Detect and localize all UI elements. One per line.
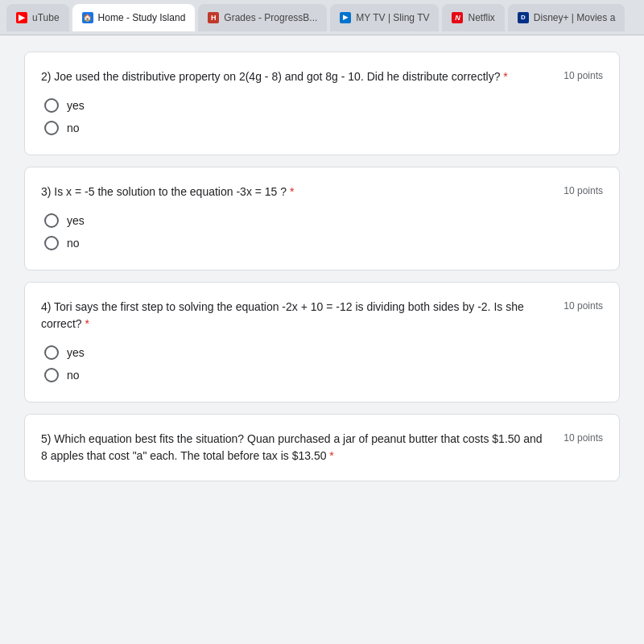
question-5-text: 5) Which equation best fits the situatio… bbox=[41, 431, 564, 464]
tab-study-island-label: Home - Study Island bbox=[98, 12, 186, 23]
question-3-body: 3) Is x = -5 the solution to the equatio… bbox=[41, 185, 294, 198]
tab-youtube-label: uTube bbox=[32, 12, 60, 23]
question-4-option-yes[interactable]: yes bbox=[44, 345, 603, 360]
question-4-body: 4) Tori says the first step to solving t… bbox=[41, 300, 524, 330]
question-4-card: 4) Tori says the first step to solving t… bbox=[24, 282, 620, 402]
question-5-points: 10 points bbox=[564, 432, 603, 444]
question-4-yes-label: yes bbox=[67, 346, 85, 359]
question-4-points: 10 points bbox=[564, 300, 603, 312]
question-4-no-label: no bbox=[67, 369, 80, 382]
tab-netflix[interactable]: N Netflix bbox=[442, 4, 504, 31]
question-2-options: yes no bbox=[41, 98, 603, 135]
tab-disney[interactable]: D Disney+ | Movies a bbox=[508, 4, 625, 31]
main-content: 2) Joe used the distributive property on… bbox=[0, 35, 644, 644]
question-2-header: 2) Joe used the distributive property on… bbox=[41, 68, 603, 85]
question-2-yes-label: yes bbox=[67, 99, 85, 112]
tab-youtube[interactable]: ▶ uTube bbox=[6, 4, 69, 31]
question-3-option-no[interactable]: no bbox=[44, 236, 603, 250]
grades-favicon: H bbox=[208, 12, 219, 23]
question-3-no-label: no bbox=[67, 237, 80, 250]
question-5-header: 5) Which equation best fits the situatio… bbox=[41, 431, 603, 464]
question-2-required: * bbox=[503, 70, 507, 83]
tab-grades-label: Grades - ProgressB... bbox=[224, 12, 317, 23]
tab-sling[interactable]: ▶ MY TV | Sling TV bbox=[330, 4, 439, 31]
question-2-no-label: no bbox=[67, 122, 80, 134]
question-3-header: 3) Is x = -5 the solution to the equatio… bbox=[41, 184, 603, 200]
browser-tab-bar: ▶ uTube 🏠 Home - Study Island H Grades -… bbox=[0, 0, 644, 35]
question-3-options: yes no bbox=[41, 213, 603, 250]
youtube-favicon: ▶ bbox=[16, 12, 27, 23]
question-5-card: 5) Which equation best fits the situatio… bbox=[24, 414, 620, 481]
question-4-header: 4) Tori says the first step to solving t… bbox=[41, 299, 603, 332]
sling-favicon: ▶ bbox=[340, 12, 351, 23]
question-2-text: 2) Joe used the distributive property on… bbox=[41, 68, 564, 85]
question-2-option-no[interactable]: no bbox=[44, 121, 603, 135]
question-2-radio-yes[interactable] bbox=[44, 98, 59, 113]
question-3-card: 3) Is x = -5 the solution to the equatio… bbox=[24, 167, 620, 270]
question-4-required: * bbox=[85, 317, 89, 330]
question-3-option-yes[interactable]: yes bbox=[44, 213, 603, 228]
question-4-text: 4) Tori says the first step to solving t… bbox=[41, 299, 564, 332]
netflix-favicon: N bbox=[452, 12, 463, 23]
study-island-favicon: 🏠 bbox=[82, 12, 93, 23]
question-4-options: yes no bbox=[41, 345, 603, 382]
question-2-body: 2) Joe used the distributive property on… bbox=[41, 70, 508, 83]
disney-favicon: D bbox=[518, 12, 529, 23]
question-2-radio-no[interactable] bbox=[44, 121, 59, 135]
question-4-option-no[interactable]: no bbox=[44, 368, 603, 382]
question-4-radio-no[interactable] bbox=[44, 368, 59, 382]
tab-grades[interactable]: H Grades - ProgressB... bbox=[198, 4, 327, 31]
question-3-radio-yes[interactable] bbox=[44, 213, 59, 228]
question-5-body: 5) Which equation best fits the situatio… bbox=[41, 432, 543, 462]
question-2-card: 2) Joe used the distributive property on… bbox=[24, 52, 620, 155]
tab-sling-label: MY TV | Sling TV bbox=[356, 12, 429, 23]
question-3-yes-label: yes bbox=[67, 214, 85, 227]
question-2-points: 10 points bbox=[564, 70, 603, 81]
question-4-radio-yes[interactable] bbox=[44, 345, 59, 360]
tab-disney-label: Disney+ | Movies a bbox=[534, 12, 616, 23]
tab-netflix-label: Netflix bbox=[468, 12, 494, 23]
question-3-text: 3) Is x = -5 the solution to the equatio… bbox=[41, 184, 564, 200]
question-3-radio-no[interactable] bbox=[44, 236, 59, 250]
question-2-option-yes[interactable]: yes bbox=[44, 98, 603, 113]
question-5-required: * bbox=[329, 449, 333, 462]
question-3-points: 10 points bbox=[564, 185, 603, 196]
tab-study-island[interactable]: 🏠 Home - Study Island bbox=[72, 4, 196, 31]
question-3-required: * bbox=[290, 185, 294, 198]
